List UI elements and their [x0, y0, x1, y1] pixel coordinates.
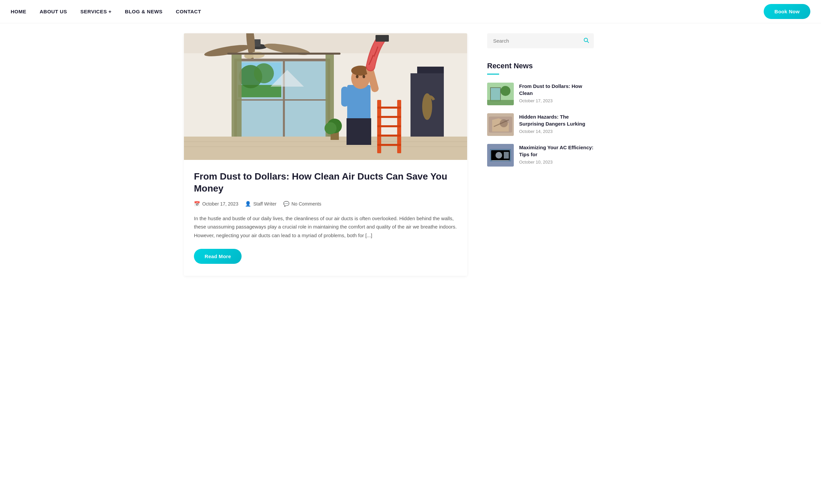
sidebar: Recent News From Dust to Dollars: How Cl… [487, 33, 594, 286]
news-info-3: Maximizing Your AC Efficiency: Tips for … [519, 144, 594, 165]
news-title-1[interactable]: From Dust to Dollars: How Clean [519, 83, 594, 97]
news-date-2: October 14, 2023 [519, 129, 594, 134]
nav-links: HOME ABOUT US SERVICES + BLOG & NEWS CON… [11, 9, 764, 14]
news-item-2: Hidden Hazards: The Surprising Dangers L… [487, 113, 594, 136]
article-meta: 📅 October 17, 2023 👤 Staff Writer 💬 No C… [194, 201, 457, 207]
svg-rect-31 [377, 135, 401, 137]
news-item-1: From Dust to Dollars: How Clean October … [487, 83, 594, 105]
svg-line-47 [587, 41, 588, 42]
main-content: From Dust to Dollars: How Clean Air Duct… [184, 33, 467, 286]
svg-point-61 [495, 152, 502, 159]
svg-rect-30 [377, 125, 401, 127]
user-icon: 👤 [245, 201, 251, 207]
nav-home[interactable]: HOME [11, 9, 26, 14]
article-card: From Dust to Dollars: How Clean Air Duct… [184, 33, 467, 276]
news-title-2[interactable]: Hidden Hazards: The Surprising Dangers L… [519, 113, 594, 127]
svg-point-45 [325, 122, 337, 134]
news-title-3[interactable]: Maximizing Your AC Efficiency: Tips for [519, 144, 594, 158]
recent-news-title: Recent News [487, 62, 594, 70]
article-body: From Dust to Dollars: How Clean Air Duct… [184, 160, 467, 276]
navigation: HOME ABOUT US SERVICES + BLOG & NEWS CON… [0, 0, 821, 23]
svg-rect-3 [254, 39, 261, 47]
svg-rect-32 [377, 144, 401, 146]
nav-about[interactable]: ABOUT US [40, 9, 67, 14]
svg-rect-33 [347, 85, 371, 122]
meta-date: 📅 October 17, 2023 [194, 201, 238, 207]
search-input[interactable] [487, 33, 594, 48]
recent-news-divider [487, 74, 499, 75]
svg-rect-49 [490, 88, 500, 101]
svg-rect-62 [504, 152, 509, 159]
svg-rect-14 [238, 85, 281, 97]
news-item-3: Maximizing Your AC Efficiency: Tips for … [487, 144, 594, 167]
news-info-1: From Dust to Dollars: How Clean October … [519, 83, 594, 103]
article-excerpt: In the hustle and bustle of our daily li… [194, 214, 457, 240]
nav-blog[interactable]: BLOG & NEWS [125, 9, 163, 14]
article-title: From Dust to Dollars: How Clean Air Duct… [194, 171, 457, 195]
svg-point-38 [363, 75, 365, 78]
svg-point-16 [254, 63, 274, 83]
article-hero-image [184, 33, 467, 160]
calendar-icon: 📅 [194, 201, 200, 207]
news-thumb-3 [487, 144, 514, 167]
recent-news-section: Recent News From Dust to Dollars: How Cl… [487, 62, 594, 167]
svg-rect-23 [184, 137, 467, 160]
meta-author: 👤 Staff Writer [245, 201, 277, 207]
search-box [487, 33, 594, 48]
nav-services[interactable]: SERVICES + [80, 9, 112, 14]
nav-contact[interactable]: CONTACT [176, 9, 201, 14]
book-now-button[interactable]: Book Now [764, 4, 810, 19]
search-icon [583, 37, 589, 43]
comment-icon: 💬 [283, 201, 290, 207]
svg-rect-20 [227, 53, 341, 55]
news-info-2: Hidden Hazards: The Surprising Dangers L… [519, 113, 594, 134]
svg-rect-41 [376, 35, 389, 42]
svg-rect-34 [347, 118, 371, 145]
read-more-button[interactable]: Read More [194, 249, 242, 264]
page-layout: From Dust to Dollars: How Clean Air Duct… [177, 23, 644, 296]
news-thumb-2 [487, 113, 514, 136]
svg-point-51 [500, 86, 510, 96]
news-date-1: October 17, 2023 [519, 98, 594, 103]
svg-rect-29 [377, 116, 401, 118]
svg-rect-52 [487, 100, 514, 105]
search-button[interactable] [583, 37, 589, 45]
svg-point-37 [356, 75, 359, 78]
news-date-3: October 10, 2023 [519, 160, 594, 165]
svg-rect-18 [232, 53, 242, 147]
news-thumb-1 [487, 83, 514, 105]
svg-rect-40 [341, 87, 349, 107]
svg-rect-28 [377, 107, 401, 109]
meta-comments: 💬 No Comments [283, 201, 321, 207]
